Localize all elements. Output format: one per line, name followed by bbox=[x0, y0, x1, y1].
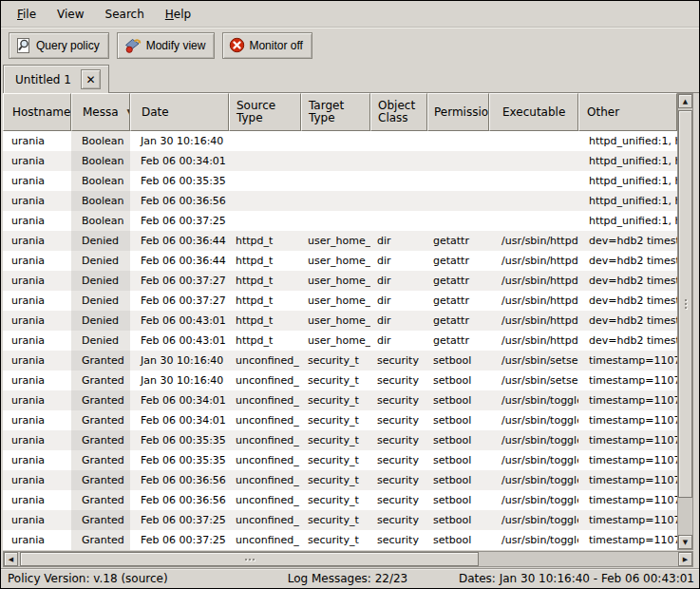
table-row[interactable]: uraniaDeniedFeb 06 00:37:27httpd_tuser_h… bbox=[3, 291, 677, 311]
table-cell: unconfined_ bbox=[229, 450, 301, 470]
vertical-scrollbar[interactable]: ▲ ▼ bbox=[677, 93, 693, 550]
table-row[interactable]: uraniaDeniedFeb 06 00:43:01httpd_tuser_h… bbox=[3, 331, 677, 351]
menubar: FileViewSearchHelp bbox=[1, 1, 699, 28]
column-header-hostname[interactable]: Hostname bbox=[3, 93, 71, 131]
table-row[interactable]: uraniaDeniedFeb 06 00:37:27httpd_tuser_h… bbox=[3, 271, 677, 291]
table-cell: urania bbox=[3, 410, 71, 430]
modify-view-button[interactable]: Modify view bbox=[117, 32, 216, 59]
table-cell: timestamp=11076 bbox=[578, 510, 677, 530]
table-row[interactable]: uraniaDeniedFeb 06 00:36:44httpd_tuser_h… bbox=[3, 231, 677, 251]
log-messages-status: Log Messages: 22/23 bbox=[288, 572, 408, 585]
monitor-off-button[interactable]: Monitor off bbox=[222, 32, 312, 59]
table-cell: Jan 30 10:16:40 bbox=[130, 351, 229, 370]
table-row[interactable]: uraniaGrantedFeb 06 00:34:01unconfined_s… bbox=[3, 390, 677, 410]
column-header-label: Object Class bbox=[378, 100, 426, 124]
table-cell: Denied bbox=[71, 271, 130, 291]
table-cell: security_t bbox=[301, 530, 370, 550]
table-cell: Feb 06 00:35:35 bbox=[130, 430, 229, 450]
scroll-up-arrow-icon[interactable]: ▲ bbox=[678, 94, 692, 108]
table-cell: Granted bbox=[71, 351, 130, 370]
table-cell: /usr/sbin/toggle bbox=[489, 510, 578, 530]
table-cell: Granted bbox=[71, 370, 130, 390]
table-row[interactable]: uraniaBooleanFeb 06 00:34:01httpd_unifie… bbox=[3, 151, 677, 171]
menu-help[interactable]: Help bbox=[155, 2, 201, 27]
table-header: HostnameMessa▼DateSource TypeTarget Type… bbox=[3, 93, 677, 131]
table-cell: urania bbox=[3, 271, 71, 291]
table-cell: Feb 06 00:35:35 bbox=[130, 450, 229, 470]
table-cell: urania bbox=[3, 131, 71, 151]
table-cell: getattr bbox=[427, 291, 489, 311]
horizontal-scrollbar[interactable]: ◀ ▶ bbox=[3, 551, 693, 567]
table-row[interactable]: uraniaGrantedFeb 06 00:36:56unconfined_s… bbox=[3, 490, 677, 510]
table-row[interactable]: uraniaGrantedFeb 06 00:36:56unconfined_s… bbox=[3, 470, 677, 490]
table-row[interactable]: uraniaDeniedFeb 06 00:36:44httpd_tuser_h… bbox=[3, 251, 677, 271]
table-row[interactable]: uraniaGrantedFeb 06 00:35:35unconfined_s… bbox=[3, 430, 677, 450]
table-cell: /usr/sbin/setseb bbox=[489, 351, 578, 370]
monitor-off-label: Monitor off bbox=[249, 39, 302, 52]
column-header-label: Permission bbox=[434, 106, 489, 119]
table-cell: /usr/sbin/toggle bbox=[489, 470, 578, 490]
table-row[interactable]: uraniaBooleanFeb 06 00:37:25httpd_unifie… bbox=[3, 211, 677, 231]
table-cell: unconfined_ bbox=[229, 430, 301, 450]
table-cell bbox=[427, 191, 489, 211]
column-header-target-type[interactable]: Target Type bbox=[301, 93, 370, 131]
table-cell: security_t bbox=[301, 370, 370, 390]
column-header-executable[interactable]: Executable bbox=[489, 93, 578, 131]
table-cell: getattr bbox=[427, 331, 489, 351]
tab-close-button[interactable]: ✕ bbox=[81, 69, 101, 89]
table-cell: unconfined_ bbox=[229, 510, 301, 530]
tab-untitled-1[interactable]: Untitled 1 ✕ bbox=[3, 65, 109, 93]
menu-view[interactable]: View bbox=[47, 2, 94, 27]
column-header-source-type[interactable]: Source Type bbox=[229, 93, 301, 131]
table-row[interactable]: uraniaGrantedFeb 06 00:37:25unconfined_s… bbox=[3, 530, 677, 550]
menu-search[interactable]: Search bbox=[95, 2, 155, 27]
scroll-down-arrow-icon[interactable]: ▼ bbox=[678, 535, 692, 549]
table-cell bbox=[301, 171, 370, 191]
policy-version-status: Policy Version: v.18 (source) bbox=[8, 572, 168, 585]
table-cell: Boolean bbox=[71, 211, 130, 231]
column-header-date[interactable]: Date bbox=[130, 93, 229, 131]
table-cell: user_home_ bbox=[301, 251, 370, 271]
menu-file[interactable]: File bbox=[7, 2, 47, 27]
log-table: uraniaBooleanJan 30 10:16:40httpd_unifie… bbox=[3, 131, 677, 550]
scroll-right-arrow-icon[interactable]: ▶ bbox=[678, 552, 692, 566]
table-row[interactable]: uraniaGrantedFeb 06 00:37:25unconfined_s… bbox=[3, 510, 677, 530]
scroll-left-arrow-icon[interactable]: ◀ bbox=[4, 552, 18, 566]
table-row[interactable]: uraniaDeniedFeb 06 00:43:01httpd_tuser_h… bbox=[3, 311, 677, 331]
table-cell bbox=[370, 131, 427, 151]
column-header-label: Executable bbox=[502, 106, 565, 119]
table-cell bbox=[229, 151, 301, 171]
table-cell: urania bbox=[3, 390, 71, 410]
table-cell: urania bbox=[3, 231, 71, 251]
table-cell: Feb 06 00:43:01 bbox=[130, 331, 229, 351]
table-cell: timestamp=11076 bbox=[578, 450, 677, 470]
table-cell: Jan 30 10:16:40 bbox=[130, 370, 229, 390]
table-cell: urania bbox=[3, 430, 71, 450]
table-cell: httpd_unified:1, h bbox=[578, 171, 677, 191]
table-cell: /usr/sbin/toggle bbox=[489, 410, 578, 430]
table-cell: httpd_unified:1, h bbox=[578, 151, 677, 171]
query-policy-button[interactable]: Query policy bbox=[9, 32, 109, 59]
column-header-permission[interactable]: Permission bbox=[427, 93, 489, 131]
column-header-other[interactable]: Other bbox=[578, 93, 677, 131]
table-cell: security bbox=[370, 490, 427, 510]
table-cell: unconfined_ bbox=[229, 530, 301, 550]
table-cell: user_home_ bbox=[301, 311, 370, 331]
table-row[interactable]: uraniaGrantedJan 30 10:16:40unconfined_s… bbox=[3, 370, 677, 390]
column-header-messa[interactable]: Messa▼ bbox=[71, 93, 130, 131]
vertical-scrollbar-thumb[interactable] bbox=[678, 110, 692, 498]
table-row[interactable]: uraniaBooleanFeb 06 00:36:56httpd_unifie… bbox=[3, 191, 677, 211]
table-row[interactable]: uraniaBooleanFeb 06 00:35:35httpd_unifie… bbox=[3, 171, 677, 191]
table-row[interactable]: uraniaBooleanJan 30 10:16:40httpd_unifie… bbox=[3, 131, 677, 151]
table-cell: Granted bbox=[71, 490, 130, 510]
table-cell: httpd_t bbox=[229, 231, 301, 251]
table-cell: Denied bbox=[71, 231, 130, 251]
table-cell: Feb 06 00:37:25 bbox=[130, 211, 229, 231]
table-cell: urania bbox=[3, 251, 71, 271]
tab-bar: Untitled 1 ✕ bbox=[1, 61, 699, 93]
table-row[interactable]: uraniaGrantedJan 30 10:16:40unconfined_s… bbox=[3, 351, 677, 370]
table-row[interactable]: uraniaGrantedFeb 06 00:34:01unconfined_s… bbox=[3, 410, 677, 430]
horizontal-scrollbar-thumb[interactable] bbox=[20, 552, 479, 566]
table-row[interactable]: uraniaGrantedFeb 06 00:35:35unconfined_s… bbox=[3, 450, 677, 470]
column-header-object-class[interactable]: Object Class bbox=[370, 93, 427, 131]
